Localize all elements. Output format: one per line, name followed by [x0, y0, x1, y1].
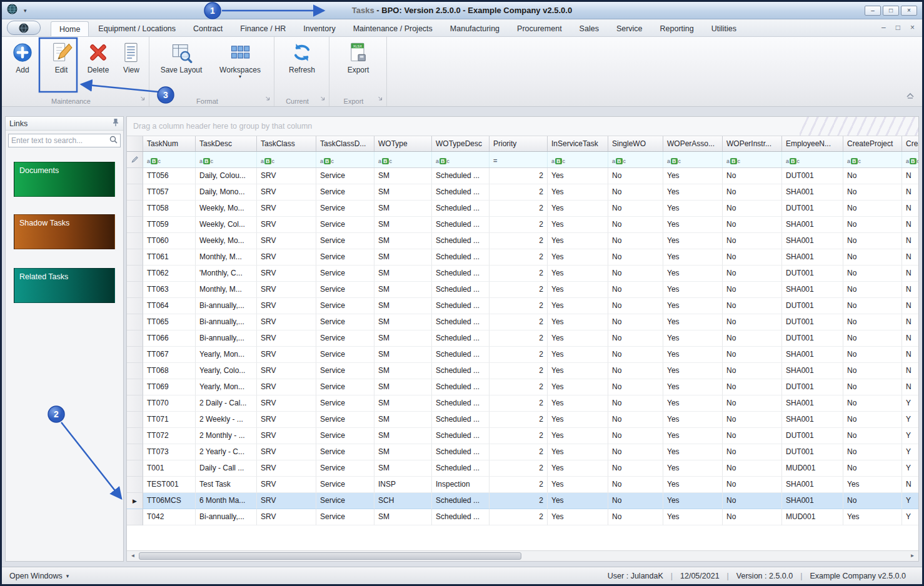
column-header[interactable]: TaskNum: [143, 136, 196, 151]
filter-cell[interactable]: aBc: [608, 152, 663, 167]
sidebar-tile-related-tasks[interactable]: Related Tasks: [14, 268, 115, 303]
column-header[interactable]: InServiceTask: [548, 136, 608, 151]
filter-cell[interactable]: aBc: [196, 152, 257, 167]
open-windows-button[interactable]: Open Windows ▾: [9, 572, 69, 580]
grid-cell: 2: [490, 347, 548, 363]
filter-cell[interactable]: aBc: [548, 152, 608, 167]
table-row[interactable]: TT069Yearly, Mon...SRVServiceSMScheduled…: [127, 379, 918, 395]
column-header[interactable]: WOPerAsso...: [663, 136, 723, 151]
app-menu-button[interactable]: [7, 21, 41, 35]
group-by-hint[interactable]: Drag a column header here to group by th…: [127, 117, 918, 136]
column-header[interactable]: EmployeeN...: [782, 136, 843, 151]
tab-equipment-locations[interactable]: Equipment / Locations: [90, 21, 184, 36]
group-launcher-icon[interactable]: [265, 92, 271, 104]
search-input[interactable]: [11, 136, 109, 145]
table-row[interactable]: TT060Weekly, Mo...SRVServiceSMScheduled …: [127, 233, 918, 249]
ribbon-restore-icon[interactable]: □: [896, 23, 900, 32]
sidebar-tile-documents[interactable]: Documents: [14, 162, 115, 197]
filter-cell[interactable]: aBc: [843, 152, 902, 167]
edit-button[interactable]: Edit: [43, 40, 79, 74]
table-row[interactable]: TT0712 Weekly - ...SRVServiceSMScheduled…: [127, 412, 918, 428]
tab-home[interactable]: Home: [51, 21, 89, 36]
filter-cell[interactable]: aBc: [432, 152, 490, 167]
table-row[interactable]: TEST001Test TaskSRVServiceINSPInspection…: [127, 477, 918, 493]
column-header[interactable]: WOType: [374, 136, 432, 151]
table-row[interactable]: TT066Bi-annually,...SRVServiceSMSchedule…: [127, 330, 918, 347]
column-header[interactable]: TaskClass: [257, 136, 316, 151]
table-row[interactable]: TT057Daily, Mono...SRVServiceSMScheduled…: [127, 184, 918, 201]
tab-contract[interactable]: Contract: [185, 21, 231, 36]
quick-access-dropdown-icon[interactable]: ▾: [24, 7, 27, 14]
table-row[interactable]: TT063Monthly, M...SRVServiceSMScheduled …: [127, 282, 918, 298]
scroll-right-icon[interactable]: ►: [907, 552, 918, 560]
filter-cell[interactable]: aBc: [143, 152, 196, 167]
group-launcher-icon[interactable]: [378, 92, 383, 104]
filter-cell[interactable]: aBc: [902, 152, 919, 167]
group-launcher-icon[interactable]: [140, 92, 146, 104]
table-row[interactable]: TT0722 Monthly - ...SRVServiceSMSchedule…: [127, 428, 918, 444]
tab-manufacturing[interactable]: Manufacturing: [442, 21, 508, 36]
ribbon-close-icon[interactable]: ×: [910, 23, 915, 32]
column-header[interactable]: CreateProject: [843, 136, 902, 151]
horizontal-scrollbar[interactable]: ◄ ►: [127, 550, 918, 561]
sidebar-tile-shadow-tasks[interactable]: Shadow Tasks: [14, 214, 115, 249]
column-header[interactable]: Priority: [490, 136, 548, 151]
tab-procurement[interactable]: Procurement: [509, 21, 570, 36]
table-row[interactable]: TT056Daily, Colou...SRVServiceSMSchedule…: [127, 168, 918, 184]
grid-cell: No: [843, 363, 902, 379]
table-row[interactable]: TT059Weekly, Col...SRVServiceSMScheduled…: [127, 217, 918, 233]
close-button[interactable]: ×: [901, 6, 917, 16]
tab-utilities[interactable]: Utilities: [703, 21, 745, 36]
minimize-button[interactable]: –: [865, 6, 881, 16]
grid-cell: DUT001: [782, 201, 843, 217]
tab-finance-hr[interactable]: Finance / HR: [232, 21, 294, 36]
add-button[interactable]: Add: [7, 40, 38, 74]
tab-service[interactable]: Service: [608, 21, 651, 36]
maximize-button[interactable]: □: [883, 6, 899, 16]
table-row[interactable]: TT067Yearly, Mon...SRVServiceSMScheduled…: [127, 347, 918, 363]
tab-reporting[interactable]: Reporting: [652, 21, 702, 36]
row-indicator: [127, 460, 143, 477]
scroll-left-icon[interactable]: ◄: [128, 552, 138, 560]
filter-cell[interactable]: aBc: [663, 152, 723, 167]
table-row[interactable]: TT0702 Daily - Cal...SRVServiceSMSchedul…: [127, 395, 918, 412]
refresh-button[interactable]: Refresh: [283, 40, 321, 74]
table-row[interactable]: T042Bi-annually,...SRVServiceSMScheduled…: [127, 509, 918, 525]
table-row[interactable]: TT061Monthly, M...SRVServiceSMScheduled …: [127, 249, 918, 266]
column-header[interactable]: Crea: [902, 136, 919, 151]
table-row[interactable]: T001Daily - Call ...SRVServiceSMSchedule…: [127, 460, 918, 477]
group-launcher-icon[interactable]: [320, 92, 326, 104]
table-row[interactable]: TT068Yearly, Colo...SRVServiceSMSchedule…: [127, 363, 918, 379]
delete-button[interactable]: Delete: [82, 40, 114, 74]
table-row[interactable]: TT065Bi-annually,...SRVServiceSMSchedule…: [127, 314, 918, 330]
filter-cell[interactable]: =: [490, 152, 548, 167]
grid-cell: No: [723, 395, 782, 412]
tab-maintenance-projects[interactable]: Maintenance / Projects: [345, 21, 441, 36]
column-header[interactable]: TaskDesc: [196, 136, 257, 151]
filter-cell[interactable]: aBc: [374, 152, 432, 167]
ribbon-minimize-icon[interactable]: –: [881, 23, 886, 32]
filter-cell[interactable]: aBc: [316, 152, 374, 167]
table-row[interactable]: TT0732 Yearly - C...SRVServiceSMSchedule…: [127, 444, 918, 460]
pin-icon[interactable]: [112, 118, 119, 129]
scrollbar-thumb[interactable]: [139, 552, 521, 560]
filter-cell[interactable]: aBc: [782, 152, 843, 167]
filter-cell[interactable]: aBc: [257, 152, 316, 167]
table-row[interactable]: ▶TT06MCS6 Month Ma...SRVServiceSCHSchedu…: [127, 493, 918, 509]
column-header[interactable]: TaskClassD...: [316, 136, 374, 151]
table-row[interactable]: TT058Weekly, Mo...SRVServiceSMScheduled …: [127, 201, 918, 217]
filter-cell[interactable]: aBc: [723, 152, 782, 167]
table-row[interactable]: TT064Bi-annually,...SRVServiceSMSchedule…: [127, 298, 918, 314]
column-header[interactable]: WOPerInstr...: [723, 136, 782, 151]
column-header[interactable]: SingleWO: [608, 136, 663, 151]
table-row[interactable]: TT062'Monthly, C...SRVServiceSMScheduled…: [127, 266, 918, 282]
tab-sales[interactable]: Sales: [571, 21, 607, 36]
view-button[interactable]: View: [116, 40, 147, 74]
ribbon-collapse-icon[interactable]: [906, 90, 915, 101]
search-icon[interactable]: [109, 135, 118, 146]
export-button[interactable]: XLSX Export: [339, 40, 377, 74]
column-header[interactable]: WOTypeDesc: [432, 136, 490, 151]
workspaces-button[interactable]: Workspaces ▾: [214, 40, 266, 79]
tab-inventory[interactable]: Inventory: [295, 21, 343, 36]
save-layout-button[interactable]: Save Layout: [157, 40, 206, 74]
